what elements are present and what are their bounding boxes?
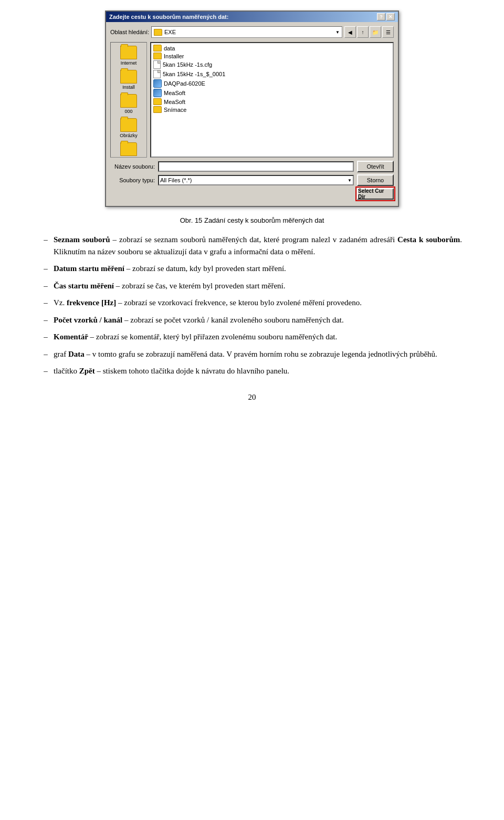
dropdown-arrow-icon: ▼ xyxy=(335,30,340,35)
shortcut-folder-icon xyxy=(120,46,137,59)
file-name: 5kan 15kHz -1s_$_0001 xyxy=(163,71,225,77)
bullet-zpet: – tlačítko Zpět – stiskem tohoto tlačítk… xyxy=(42,365,462,377)
bullet-pocet: – Počet vzorků / kanál – zobrazí se poče… xyxy=(42,314,462,326)
bold-pocet: Počet vzorků / kanál xyxy=(54,316,122,324)
shortcut-label-obrazky: Obrázky xyxy=(120,133,138,138)
shortcut-dokumenty[interactable]: Dokumenty xyxy=(113,141,144,158)
bullet-text-cas: Čas startu měření – zobrazí se čas, ve k… xyxy=(54,280,462,292)
doc-icon xyxy=(153,60,161,69)
file-item-0001[interactable]: 5kan 15kHz -1s_$_0001 xyxy=(152,69,392,79)
bold-komentar: Komentář xyxy=(54,333,88,341)
shortcut-label-internet: Internet xyxy=(121,60,137,66)
filetype-label: Soubory typu: xyxy=(110,177,155,183)
filename-label: Název souboru: xyxy=(110,163,155,170)
filename-input[interactable] xyxy=(158,161,354,172)
look-in-dropdown[interactable]: EXE ▼ xyxy=(151,26,342,38)
folder-icon xyxy=(153,45,162,51)
file-item-data[interactable]: data xyxy=(152,44,392,52)
shortcut-label-000: 000 xyxy=(124,109,132,114)
bullet-cas: – Čas startu měření – zobrazí se čas, ve… xyxy=(42,280,462,292)
bullet-dash: – xyxy=(42,331,49,343)
page-number: 20 xyxy=(42,393,462,402)
file-name: MeaSoft xyxy=(164,99,185,105)
back-button[interactable]: ◀ xyxy=(344,26,356,38)
folder-icon xyxy=(153,106,162,113)
dialog-main: Internet Install 000 Obrázky xyxy=(110,42,394,158)
view-button[interactable]: ☰ xyxy=(382,26,394,38)
file-name: 5kan 15kHz -1s.cfg xyxy=(163,61,212,68)
bullet-text-data: graf Data – v tomto grafu se zobrazují n… xyxy=(54,348,462,360)
dialog-window: Zadejte cestu k souborům naměřených dat:… xyxy=(105,11,399,207)
new-folder-button[interactable]: 📁 xyxy=(370,26,381,38)
bullet-dash: – xyxy=(42,234,49,257)
look-in-row: Oblast hledání: EXE ▼ ◀ ↑ 📁 ☰ xyxy=(110,26,394,38)
bold-cesta: Cesta k souborům xyxy=(397,235,460,244)
shortcut-install[interactable]: Install xyxy=(113,69,144,91)
bullet-text-seznam: Seznam souborů – zobrazí se seznam soubo… xyxy=(54,234,462,257)
shortcuts-panel: Internet Install 000 Obrázky xyxy=(110,42,147,158)
titlebar-buttons: ? ✕ xyxy=(377,13,395,20)
bold-frekvence: frekvence [Hz] xyxy=(67,298,116,307)
shortcut-label-dokumenty: Dokumenty xyxy=(117,157,141,158)
file-name: DAQPad-6020E xyxy=(164,80,205,87)
file-item-measoft-exe[interactable]: MeaSoft xyxy=(152,88,392,98)
file-item-snimace[interactable]: Snímace xyxy=(152,106,392,113)
bullet-text-pocet: Počet vzorků / kanál – zobrazí se počet … xyxy=(54,314,462,326)
folder-icon xyxy=(153,98,162,105)
bullet-text-zpet: tlačítko Zpět – stiskem tohoto tlačítka … xyxy=(54,365,462,377)
cancel-button[interactable]: Storno xyxy=(357,174,394,186)
exe-icon xyxy=(153,79,162,88)
bottom-rows: Název souboru: Otevřít Soubory typu: All… xyxy=(110,161,394,200)
bullet-dash: – xyxy=(42,280,49,292)
shortcut-folder-icon xyxy=(120,118,137,132)
file-item-cfg[interactable]: 5kan 15kHz -1s.cfg xyxy=(152,60,392,69)
file-name: Snímace xyxy=(164,107,186,113)
close-button[interactable]: ✕ xyxy=(386,13,395,20)
file-name: data xyxy=(164,45,175,51)
text-content: – Seznam souborů – zobrazí se seznam sou… xyxy=(42,234,462,377)
caption-text: Obr. 15 Zadání cesty k souborům měřených… xyxy=(180,216,324,224)
help-button[interactable]: ? xyxy=(377,13,385,20)
exe-icon xyxy=(153,89,162,97)
bullet-dash: – xyxy=(42,348,49,360)
screenshot-area: Zadejte cestu k souborům naměřených dat:… xyxy=(42,11,462,207)
bullet-dash: – xyxy=(42,365,49,377)
filetype-value: All Files (*.*) xyxy=(160,177,192,183)
bold-datum: Datum startu měření xyxy=(54,264,124,273)
nav-buttons: ◀ ↑ 📁 ☰ xyxy=(344,26,394,38)
up-button[interactable]: ↑ xyxy=(357,26,369,38)
select-cur-dir-button[interactable]: Select Cur Dir xyxy=(357,188,394,200)
bullet-text-komentar: Komentář – zobrazí se komentář, který by… xyxy=(54,331,462,343)
doc-icon xyxy=(153,70,161,78)
filetype-row: Soubory typu: All Files (*.*) ▼ Storno xyxy=(110,174,394,186)
look-in-value: EXE xyxy=(164,29,176,35)
figure-caption: Obr. 15 Zadání cesty k souborům měřených… xyxy=(42,216,462,224)
shortcut-obrazky[interactable]: Obrázky xyxy=(113,117,144,139)
filename-row: Název souboru: Otevřít xyxy=(110,161,394,172)
bold-seznam: Seznam souborů xyxy=(54,235,110,244)
file-item-measoft-folder[interactable]: MeaSoft xyxy=(152,98,392,106)
shortcut-label-install: Install xyxy=(122,85,135,90)
bullet-text-frekvence: Vz. frekvence [Hz] – zobrazí se vzorkova… xyxy=(54,297,462,309)
shortcut-000[interactable]: 000 xyxy=(113,93,144,115)
open-button[interactable]: Otevřít xyxy=(357,161,394,172)
file-name: MeaSoft xyxy=(164,90,185,96)
filetype-dropdown[interactable]: All Files (*.*) ▼ xyxy=(158,175,354,185)
folder-icon xyxy=(154,29,162,36)
file-name: Installer xyxy=(164,53,184,59)
file-item-daqpad[interactable]: DAQPad-6020E xyxy=(152,79,392,88)
selectcurdir-row: Select Cur Dir xyxy=(110,188,394,200)
bullet-text-datum: Datum startu měření – zobrazí se datum, … xyxy=(54,263,462,275)
shortcut-folder-icon xyxy=(120,142,137,156)
file-item-installer[interactable]: Installer xyxy=(152,52,392,60)
shortcut-internet[interactable]: Internet xyxy=(113,45,144,67)
bold-data: Data xyxy=(68,350,85,358)
folder-icon xyxy=(153,53,162,59)
dialog-body: Oblast hledání: EXE ▼ ◀ ↑ 📁 ☰ xyxy=(106,22,398,206)
bullet-dash: – xyxy=(42,263,49,275)
bullet-frekvence: – Vz. frekvence [Hz] – zobrazí se vzorko… xyxy=(42,297,462,309)
bullet-komentar: – Komentář – zobrazí se komentář, který … xyxy=(42,331,462,343)
bullet-dash: – xyxy=(42,314,49,326)
bold-cas: Čas startu měření xyxy=(54,282,114,290)
shortcut-folder-icon xyxy=(120,94,137,108)
